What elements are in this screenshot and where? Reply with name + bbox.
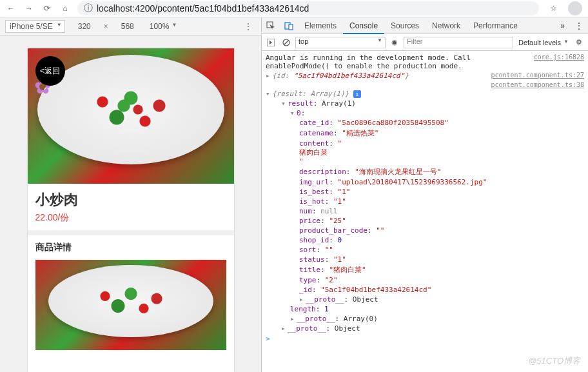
live-expression-icon[interactable]: ◉ <box>388 38 401 46</box>
tabs-overflow-icon[interactable]: » <box>555 21 570 30</box>
console-line: is_hot: "1" <box>262 197 588 206</box>
info-icon: ⓘ <box>84 3 93 14</box>
food-plate-illustration <box>37 55 224 164</box>
browser-toolbar: ← → ⟳ ⌂ ⓘ localhost:4200/pcontent/5ac1f0… <box>0 0 588 17</box>
detail-plate-illustration <box>48 265 213 337</box>
console-line: description: "海南现摘火龙果红星一号" <box>262 166 588 177</box>
forward-icon[interactable]: → <box>23 3 35 14</box>
tab-network[interactable]: Network <box>426 17 467 34</box>
console-line: length: 1 <box>262 304 588 314</box>
detail-heading: 商品详情 <box>28 235 234 260</box>
console-line: product_bar_code: "" <box>262 226 588 235</box>
tab-sources[interactable]: Sources <box>384 17 426 34</box>
console-line: img_url: "upload\20180417\1523969336562.… <box>262 177 588 187</box>
clear-console-icon[interactable] <box>280 36 293 49</box>
viewport-wrapper: <返回 小炒肉 22.00/份 商品详情 <box>0 35 261 372</box>
user-avatar[interactable] <box>567 1 583 16</box>
device-toolbar: iPhone 5/SE 320 × 568 100% ⋮ <box>0 17 261 35</box>
console-line: Angular is running in the development mo… <box>262 53 588 71</box>
inspect-icon[interactable] <box>262 17 280 34</box>
console-line: sort: "" <box>262 245 588 255</box>
back-button[interactable]: <返回 <box>35 56 65 86</box>
svg-line-5 <box>284 41 288 44</box>
context-select[interactable]: top <box>295 37 386 48</box>
console-toolbar: top ◉ Filter Default levels ⚙ <box>262 34 588 51</box>
console-line: title: "猪肉白菜" <box>262 264 588 275</box>
console-line: ▾0: <box>262 108 588 118</box>
dish-title: 小炒肉 <box>28 184 234 212</box>
console-line: ▸__proto__: Object <box>262 295 588 304</box>
device-select[interactable]: iPhone 5/SE <box>5 20 65 33</box>
dim-separator: × <box>104 22 108 31</box>
source-link[interactable]: core.js:16828 <box>534 54 584 70</box>
reload-icon[interactable]: ⟳ <box>41 3 53 14</box>
console-line: _id: "5ac1f04bd1bef433a42614cd" <box>262 285 588 295</box>
url-bar[interactable]: ⓘ localhost:4200/pcontent/5ac1f04bd1bef4… <box>77 1 539 15</box>
tab-console[interactable]: Console <box>343 17 384 34</box>
console-line: status: "1" <box>262 255 588 264</box>
dish-hero-image: <返回 <box>28 48 234 184</box>
tab-performance[interactable]: Performance <box>467 17 524 34</box>
bookmark-star-icon[interactable]: ☆ <box>545 1 561 16</box>
console-line: type: "2" <box>262 275 588 285</box>
tab-elements[interactable]: Elements <box>298 17 343 34</box>
svg-rect-2 <box>289 24 293 30</box>
log-levels-select[interactable]: Default levels <box>516 39 570 46</box>
console-line: ▾{result: Array(1)} i <box>262 89 588 99</box>
source-link[interactable]: pcontent.component.ts:38 <box>491 81 585 88</box>
device-height-input[interactable]: 568 <box>115 22 141 31</box>
console-line: ▸{id: "5ac1f04bd1bef433a42614cd"}pconten… <box>262 71 588 81</box>
console-line: content: "猪肉白菜" <box>262 139 588 166</box>
watermark: @51CTO博客 <box>528 355 580 367</box>
device-more-icon[interactable]: ⋮ <box>240 22 256 31</box>
toggle-device-icon[interactable] <box>280 17 298 34</box>
console-line: ▾result: Array(1) <box>262 99 588 108</box>
detail-image <box>35 260 226 350</box>
console-line: shop_id: 0 <box>262 235 588 245</box>
console-prompt[interactable]: > <box>262 333 588 344</box>
console-sidebar-toggle-icon[interactable] <box>264 36 277 49</box>
console-output[interactable]: Angular is running in the development mo… <box>262 51 588 372</box>
console-line: is_best: "1" <box>262 187 588 197</box>
console-line: pcontent.component.ts:38 <box>262 81 588 89</box>
devtools-tabs: ElementsConsoleSourcesNetworkPerformance <box>298 17 555 34</box>
url-host: localhost:4200/pcontent/5ac1f04bd1bef433… <box>97 3 309 14</box>
home-icon[interactable]: ⌂ <box>59 3 71 14</box>
console-line: price: "25" <box>262 216 588 226</box>
dish-price: 22.00/份 <box>28 212 234 235</box>
console-line: cate_id: "5ac0896ca880f20358495508" <box>262 118 588 128</box>
console-settings-icon[interactable]: ⚙ <box>573 38 585 46</box>
filter-input[interactable]: Filter <box>404 37 513 48</box>
console-line: catename: "精选热菜" <box>262 128 588 139</box>
console-line: num: null <box>262 206 588 216</box>
device-frame: <返回 小炒肉 22.00/份 商品详情 <box>28 48 234 372</box>
back-icon[interactable]: ← <box>5 3 17 14</box>
devtools-header: ElementsConsoleSourcesNetworkPerformance… <box>262 17 588 34</box>
console-line: ▸__proto__: Array(0) <box>262 314 588 324</box>
devtools-menu-icon[interactable]: ⋮ <box>570 21 588 30</box>
console-line: ▸__proto__: Object <box>262 324 588 333</box>
devtools: ElementsConsoleSourcesNetworkPerformance… <box>262 17 588 372</box>
source-link[interactable]: pcontent.component.ts:27 <box>491 72 585 80</box>
device-width-input[interactable]: 320 <box>72 22 97 31</box>
zoom-select[interactable]: 100% <box>147 21 179 32</box>
device-panel: iPhone 5/SE 320 × 568 100% ⋮ <返回 小炒肉 22.… <box>0 17 262 372</box>
